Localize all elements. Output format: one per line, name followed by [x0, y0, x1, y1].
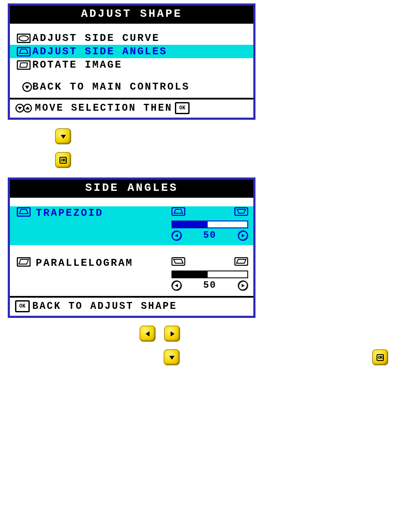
svg-marker-11: [25, 106, 30, 109]
svg-rect-15: [172, 208, 185, 215]
svg-marker-31: [169, 356, 174, 360]
svg-rect-4: [17, 61, 30, 69]
ok-button[interactable]: OK: [372, 349, 388, 365]
svg-marker-28: [242, 284, 245, 287]
trapezoid-narrow-top-icon: [171, 207, 185, 219]
menu-footer: MOVE SELECTION THEN OK: [10, 98, 253, 118]
rotate-icon: [15, 60, 32, 70]
menu-footer: OK BACK TO ADJUST SHAPE: [10, 296, 253, 316]
svg-marker-9: [18, 107, 22, 110]
trapezoid-value: 50: [182, 230, 238, 241]
svg-marker-7: [25, 86, 29, 89]
right-arrow-circle-icon: [238, 230, 248, 241]
menu-item-label: ADJUST SIDE ANGLES: [32, 46, 248, 57]
menu-item-adjust-side-curve[interactable]: ADJUST SIDE CURVE: [10, 31, 253, 45]
svg-rect-25: [235, 258, 248, 265]
physical-buttons-group-2: OK: [0, 326, 411, 373]
updown-icons: [15, 103, 32, 113]
menu-item-label: BACK TO MAIN CONTROLS: [32, 81, 248, 93]
ok-icon: OK: [15, 300, 30, 312]
adjust-control: 50: [171, 257, 248, 291]
left-arrow-circle-icon: [171, 280, 182, 291]
menu-item-label: ADJUST SIDE CURVE: [32, 32, 248, 44]
svg-marker-12: [61, 135, 66, 139]
adjust-item-label: PARALLELOGRAM: [36, 257, 168, 269]
svg-marker-16: [174, 209, 183, 213]
physical-buttons-group-1: OK: [55, 128, 411, 168]
svg-marker-27: [175, 284, 178, 287]
menu-item-rotate-image[interactable]: ROTATE IMAGE: [10, 58, 253, 72]
menu-item-back-to-main[interactable]: BACK TO MAIN CONTROLS: [10, 80, 253, 93]
svg-marker-26: [237, 259, 246, 263]
ok-button[interactable]: OK: [55, 152, 71, 168]
pincushion-icon: [15, 34, 32, 43]
svg-marker-30: [171, 331, 174, 336]
adjust-parallelogram-row[interactable]: PARALLELOGRAM 50: [10, 256, 253, 295]
down-button[interactable]: [164, 349, 180, 365]
side-angles-menu: SIDE ANGLES TRAPEZOID 50: [8, 177, 255, 318]
svg-marker-3: [19, 49, 28, 53]
adjust-item-label: TRAPEZOID: [36, 207, 168, 219]
parallelogram-value: 50: [182, 280, 238, 291]
svg-rect-23: [172, 258, 185, 265]
ok-icon: OK: [175, 102, 190, 114]
left-button[interactable]: [140, 326, 156, 342]
svg-marker-22: [19, 259, 28, 264]
menu-title: ADJUST SHAPE: [10, 6, 253, 24]
down-button[interactable]: [55, 128, 71, 144]
parallelogram-right-icon: [234, 257, 248, 269]
trapezoid-icon: [15, 207, 32, 217]
svg-marker-24: [174, 259, 183, 263]
svg-rect-17: [235, 208, 248, 215]
adjust-shape-menu: ADJUST SHAPE ADJUST SIDE CURVE ADJUST SI…: [8, 3, 255, 120]
menu-body: ADJUST SIDE CURVE ADJUST SIDE ANGLES ROT…: [10, 24, 253, 98]
trapezoid-slider[interactable]: [171, 221, 248, 228]
svg-marker-29: [146, 331, 149, 336]
svg-marker-20: [242, 234, 245, 237]
svg-marker-14: [19, 209, 28, 214]
svg-point-1: [19, 36, 28, 41]
svg-marker-18: [237, 209, 246, 213]
trapezoid-narrow-bottom-icon: [234, 207, 248, 219]
adjust-trapezoid-row[interactable]: TRAPEZOID 50: [10, 206, 253, 245]
right-button[interactable]: [164, 326, 180, 342]
parallelogram-icon: [15, 257, 32, 267]
down-arrow-circle-icon: [15, 82, 32, 92]
svg-marker-19: [175, 234, 178, 237]
svg-marker-5: [20, 63, 28, 67]
footer-label: BACK TO ADJUST SHAPE: [32, 301, 177, 312]
right-arrow-circle-icon: [238, 280, 248, 291]
menu-item-label: ROTATE IMAGE: [32, 59, 248, 71]
left-arrow-circle-icon: [171, 230, 182, 241]
menu-body: TRAPEZOID 50 PARALLELOGRAM: [10, 198, 253, 296]
parallelogram-slider[interactable]: [171, 271, 248, 278]
adjust-control: 50: [171, 207, 248, 241]
trapezoid-icon: [15, 47, 32, 56]
menu-title: SIDE ANGLES: [10, 180, 253, 198]
parallelogram-left-icon: [171, 257, 185, 269]
footer-hint: MOVE SELECTION THEN: [35, 103, 172, 114]
menu-item-adjust-side-angles[interactable]: ADJUST SIDE ANGLES: [10, 45, 253, 58]
